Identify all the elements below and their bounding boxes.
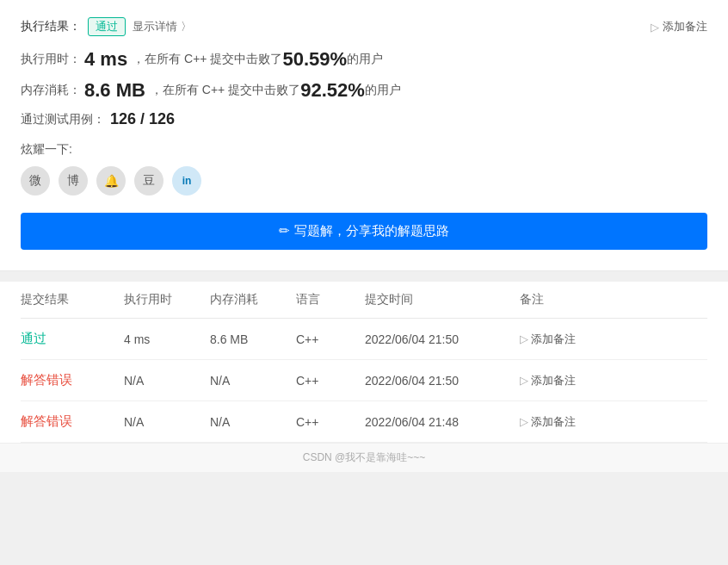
exec-time-desc: ，在所有 C++ 提交中击败了 (133, 52, 282, 67)
add-note-button[interactable]: ▷ 添加备注 (520, 414, 623, 430)
test-case-value: 126 / 126 (110, 110, 175, 128)
detail-link[interactable]: 显示详情 〉 (133, 19, 192, 34)
memory-desc: ，在所有 C++ 提交中击败了 (151, 83, 300, 98)
th-note: 备注 (520, 292, 623, 307)
th-exec-time: 执行用时 (124, 292, 210, 307)
table-row: 解答错误 N/A N/A C++ 2022/06/04 21:50 ▷ 添加备注 (21, 360, 707, 401)
exec-time-label: 执行用时： (21, 52, 81, 67)
cell-status: 解答错误 (21, 413, 124, 430)
cell-memory: N/A (210, 374, 296, 388)
exec-time-suffix: 的用户 (347, 52, 383, 67)
wechat-icon[interactable]: 微 (21, 166, 50, 196)
cell-memory: 8.6 MB (210, 332, 296, 346)
th-memory: 内存消耗 (210, 292, 296, 307)
memory-suffix: 的用户 (365, 83, 401, 98)
result-label: 执行结果： (21, 19, 81, 34)
share-label: 炫耀一下: (21, 142, 707, 158)
linkedin-icon[interactable]: in (172, 166, 201, 196)
memory-label: 内存消耗： (21, 83, 81, 98)
cell-exec-time: 4 ms (124, 332, 210, 346)
cell-exec-time: N/A (124, 415, 210, 429)
memory-row: 内存消耗： 8.6 MB ，在所有 C++ 提交中击败了 92.52% 的用户 (21, 79, 707, 102)
cell-exec-time: N/A (124, 374, 210, 388)
add-note-button[interactable]: ▷ 添加备注 (520, 332, 623, 347)
table-row: 通过 4 ms 8.6 MB C++ 2022/06/04 21:50 ▷ 添加… (21, 319, 707, 360)
pass-badge: 通过 (88, 17, 126, 36)
triangle-icon: ▷ (651, 21, 659, 34)
cell-submit-time: 2022/06/04 21:50 (365, 332, 520, 346)
bell-icon[interactable]: 🔔 (96, 166, 126, 196)
test-case-row: 通过测试用例： 126 / 126 (21, 110, 707, 128)
write-solution-button[interactable]: ✏ 写题解，分享我的解题思路 (21, 213, 707, 250)
cell-submit-time: 2022/06/04 21:50 (365, 374, 520, 388)
note-triangle-icon: ▷ (520, 374, 528, 387)
cell-lang: C++ (296, 374, 365, 388)
douban-icon[interactable]: 豆 (134, 166, 163, 196)
note-label: 添加备注 (531, 332, 576, 347)
note-triangle-icon: ▷ (520, 332, 528, 345)
cell-lang: C++ (296, 332, 365, 346)
note-triangle-icon: ▷ (520, 415, 528, 428)
result-row: 执行结果： 通过 显示详情 〉 ▷ 添加备注 (21, 17, 707, 36)
table-header: 提交结果 执行用时 内存消耗 语言 提交时间 备注 (21, 282, 707, 319)
table-body: 通过 4 ms 8.6 MB C++ 2022/06/04 21:50 ▷ 添加… (21, 319, 707, 443)
cell-memory: N/A (210, 415, 296, 429)
table-row: 解答错误 N/A N/A C++ 2022/06/04 21:48 ▷ 添加备注 (21, 401, 707, 443)
th-submit-time: 提交时间 (365, 292, 520, 307)
cell-lang: C++ (296, 415, 365, 429)
social-icons-row: 微 博 🔔 豆 in (21, 166, 707, 196)
note-label: 添加备注 (531, 373, 576, 388)
add-note-top-button[interactable]: ▷ 添加备注 (651, 19, 707, 34)
note-label: 添加备注 (531, 414, 576, 430)
add-note-button[interactable]: ▷ 添加备注 (520, 373, 623, 388)
memory-percent: 92.52% (300, 79, 365, 102)
test-case-label: 通过测试用例： (21, 112, 105, 127)
weibo-icon[interactable]: 博 (59, 166, 88, 196)
cell-status: 解答错误 (21, 372, 124, 388)
top-panel: 执行结果： 通过 显示详情 〉 ▷ 添加备注 执行用时： 4 ms ，在所有 C… (0, 0, 728, 271)
exec-time-value: 4 ms (84, 48, 127, 71)
memory-value: 8.6 MB (84, 79, 145, 102)
th-status: 提交结果 (21, 292, 124, 307)
cell-submit-time: 2022/06/04 21:48 (365, 415, 520, 429)
submissions-table-panel: 提交结果 执行用时 内存消耗 语言 提交时间 备注 通过 4 ms 8.6 MB… (0, 282, 728, 443)
watermark: CSDN @我不是靠海哇~~~ (0, 443, 728, 472)
exec-time-row: 执行用时： 4 ms ，在所有 C++ 提交中击败了 50.59% 的用户 (21, 48, 707, 71)
th-lang: 语言 (296, 292, 365, 307)
cell-status: 通过 (21, 331, 124, 347)
exec-time-percent: 50.59% (282, 48, 347, 71)
